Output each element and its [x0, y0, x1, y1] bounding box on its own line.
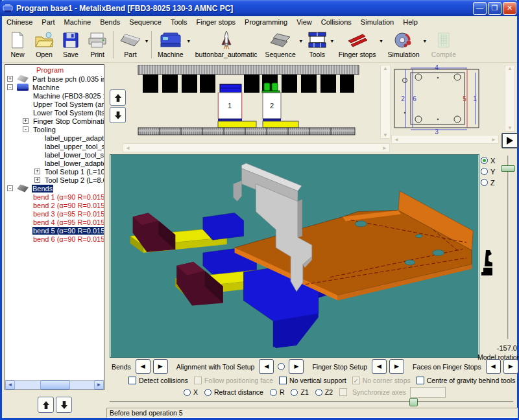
- option-checkbox[interactable]: Follow positioning face: [194, 377, 273, 384]
- part-view-vscrollbar[interactable]: ▲ ▼: [505, 65, 515, 132]
- checkbox-icon[interactable]: [352, 377, 360, 384]
- menu-item[interactable]: Collisions: [317, 17, 356, 27]
- nav-next-button[interactable]: ▶: [289, 359, 304, 374]
- axis-radio-option[interactable]: Z1: [291, 388, 308, 396]
- tree-horizontal-scrollbar[interactable]: ◄ ►: [5, 380, 104, 390]
- checkbox-icon[interactable]: [194, 377, 202, 384]
- checkbox-icon[interactable]: [416, 377, 424, 384]
- scroll-down-icon[interactable]: ▼: [505, 125, 514, 131]
- part-flat-view[interactable]: 4 3 2 6 5 1: [391, 65, 503, 135]
- menu-item[interactable]: View: [292, 17, 317, 27]
- title-bar[interactable]: Program base1 - MetalixBend [FBD3-8025 1…: [0, 0, 519, 16]
- part-button[interactable]: Part: [115, 29, 145, 59]
- option-checkbox[interactable]: Centre of gravity behind tools: [416, 377, 516, 384]
- axis-radio-option[interactable]: Retract distance: [204, 388, 263, 396]
- nav-prev-button[interactable]: ◀: [372, 359, 387, 374]
- axis-radio-option[interactable]: X: [184, 388, 198, 396]
- scroll-down-icon[interactable]: ▼: [381, 132, 390, 138]
- print-button[interactable]: Print: [84, 29, 111, 59]
- nav-prev-button[interactable]: ◀: [486, 359, 501, 374]
- simulation-button[interactable]: Simulation: [384, 29, 424, 59]
- axis-radio-option[interactable]: R: [270, 388, 285, 396]
- nav-radio[interactable]: [278, 363, 285, 370]
- rotation-axis-option[interactable]: Z: [481, 177, 495, 188]
- scroll-left-icon[interactable]: ◄: [123, 145, 132, 151]
- move-up-button[interactable]: [38, 397, 54, 413]
- tree-item[interactable]: bend 5 (α=90 R=0.015 L=1: [5, 226, 104, 235]
- tree-item[interactable]: label_lower_adapter_st: [5, 159, 104, 167]
- tree-expander-icon[interactable]: -: [7, 84, 13, 90]
- tree-item[interactable]: Lower Tool System (lts-60m: [5, 108, 104, 117]
- open-button[interactable]: Open: [30, 29, 58, 59]
- option-checkbox[interactable]: No corner stops: [352, 377, 411, 384]
- tree-expander-icon[interactable]: +: [34, 169, 40, 174]
- save-button[interactable]: Save: [58, 29, 84, 59]
- tree-item[interactable]: bend 3 (α=95 R=0.015 L=8: [5, 209, 104, 218]
- tree-expander-icon[interactable]: +: [23, 118, 29, 124]
- setup-up-button[interactable]: [110, 89, 126, 106]
- checkbox-icon[interactable]: [128, 377, 136, 384]
- nav-next-button[interactable]: ▶: [153, 359, 168, 374]
- simulation-progress-thumb[interactable]: [409, 398, 418, 406]
- radio-icon[interactable]: [204, 389, 211, 396]
- nav-next-button[interactable]: ▶: [389, 359, 404, 374]
- machine-dropdown-icon[interactable]: ▾: [187, 38, 190, 44]
- tree-item[interactable]: + Tool Setup 2 (L=8.661): [5, 176, 104, 184]
- option-checkbox[interactable]: No vertical support: [279, 377, 346, 384]
- tree-expander-icon[interactable]: -: [23, 126, 29, 132]
- radio-icon[interactable]: [184, 389, 191, 396]
- buttonbar-automatic-button[interactable]: buttonbar_automatic: [191, 29, 261, 59]
- menu-item[interactable]: Tools: [166, 17, 192, 27]
- menu-item[interactable]: Part: [37, 17, 59, 27]
- tree-expander-icon[interactable]: +: [7, 76, 13, 82]
- tree-item[interactable]: - Machine: [5, 83, 104, 91]
- checkbox-icon[interactable]: [279, 377, 287, 384]
- menu-item[interactable]: Sequence: [125, 17, 166, 27]
- tree-item[interactable]: + Tool Setup 1 (L=10.24): [5, 167, 104, 176]
- scroll-up-icon[interactable]: ▲: [381, 65, 390, 71]
- nav-next-button[interactable]: ▶: [503, 359, 518, 374]
- model-rotation-slider-track[interactable]: [507, 156, 509, 339]
- tree-item[interactable]: bend 6 (α=90 R=0.015 L=1: [5, 235, 104, 243]
- tree-item[interactable]: + Part base pch (0.035 in): [5, 75, 104, 83]
- part-view-hscrollbar[interactable]: ◄ ►: [391, 135, 499, 144]
- setup-down-button[interactable]: [110, 107, 126, 123]
- model-rotation-slider-thumb[interactable]: [501, 165, 515, 172]
- menu-item[interactable]: Machine: [60, 17, 96, 27]
- menu-item[interactable]: Programming: [240, 17, 292, 27]
- finger-stops-button[interactable]: Finger stops: [335, 29, 380, 59]
- radio-icon[interactable]: [481, 168, 488, 175]
- nav-prev-button[interactable]: ◀: [136, 359, 151, 374]
- move-down-button[interactable]: [56, 397, 72, 413]
- minimize-button[interactable]: —: [473, 2, 487, 15]
- axis-radio-option[interactable]: Z2: [315, 388, 333, 396]
- tree-item[interactable]: bend 2 (α=90 R=0.015 L=1: [5, 201, 104, 209]
- menu-item[interactable]: Chinese: [2, 17, 37, 27]
- tree-item[interactable]: bend 4 (α=95 R=0.015 L=8: [5, 218, 104, 226]
- simulation-progress-track[interactable]: [110, 401, 513, 403]
- simulation-dropdown-icon[interactable]: ▾: [424, 38, 426, 44]
- part-dropdown-icon[interactable]: ▾: [145, 38, 148, 44]
- scroll-left-icon[interactable]: ◄: [392, 137, 401, 143]
- sequence-button[interactable]: Sequence: [261, 29, 299, 59]
- nav-prev-button[interactable]: ◀: [259, 359, 274, 374]
- tools-button[interactable]: Tools: [304, 29, 331, 59]
- tool-setup-vscrollbar[interactable]: ▲ ▼: [380, 65, 391, 139]
- tree-item[interactable]: Machine (FBD3-8025 130-3: [5, 91, 104, 100]
- new-button[interactable]: New: [5, 29, 30, 59]
- scroll-right-icon[interactable]: ►: [380, 145, 389, 151]
- menu-item[interactable]: Simulation: [356, 17, 398, 27]
- close-button[interactable]: ✕: [503, 2, 516, 15]
- radio-icon[interactable]: [315, 389, 322, 396]
- menu-item[interactable]: Help: [398, 17, 422, 27]
- maximize-button[interactable]: ❐: [488, 2, 501, 15]
- menu-item[interactable]: Finger stops: [192, 17, 241, 27]
- radio-icon[interactable]: [481, 157, 488, 164]
- tree-item[interactable]: Upper Tool System (amada: [5, 100, 104, 108]
- rotation-axis-option[interactable]: X: [481, 155, 495, 166]
- play-simulation-button[interactable]: [501, 133, 518, 148]
- radio-icon[interactable]: [270, 389, 277, 396]
- tree-item[interactable]: - Tooling: [5, 125, 104, 134]
- tools-dropdown-icon[interactable]: ▾: [331, 38, 333, 44]
- tree-expander-icon[interactable]: -: [7, 185, 13, 191]
